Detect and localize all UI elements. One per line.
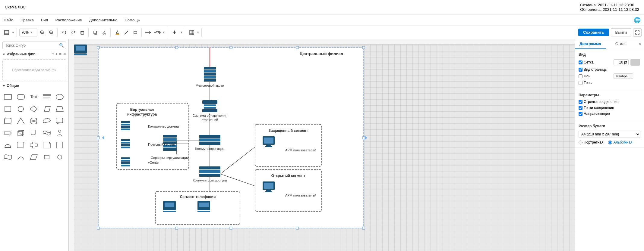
svg-rect-116: [121, 129, 130, 130]
tab-style[interactable]: Стиль: [606, 39, 636, 49]
redo-btn[interactable]: [69, 28, 77, 37]
zoom-display[interactable]: 70% ▼: [19, 29, 37, 36]
shape-arc[interactable]: [15, 152, 26, 163]
shape-note[interactable]: [41, 140, 52, 150]
zoom-in-btn[interactable]: [38, 28, 46, 37]
shape-diamond[interactable]: [28, 104, 39, 114]
cut-btn[interactable]: [100, 28, 109, 37]
diagram-svg[interactable]: Центральный филиал Межсетевой экран: [74, 45, 575, 251]
zoom-out-btn[interactable]: [47, 28, 55, 37]
diagram-title: Схема ЛВС: [5, 5, 26, 9]
delete-btn[interactable]: [78, 28, 87, 37]
fill-btn[interactable]: [113, 28, 122, 37]
favorites-drop-area[interactable]: Перетащите сюда элементы: [2, 59, 66, 80]
close-panel-btn[interactable]: ✕: [636, 39, 644, 49]
menu-extra[interactable]: Дополнительно: [89, 18, 118, 22]
landscape-label[interactable]: Альбомная: [608, 140, 632, 144]
access-sw-node[interactable]: [199, 166, 220, 177]
phone2[interactable]: [74, 45, 87, 55]
shape-circle[interactable]: [15, 104, 26, 114]
menu-layout[interactable]: Расположение: [55, 18, 82, 22]
grid-label[interactable]: Сетка: [579, 60, 612, 64]
guides-label[interactable]: Направляющие: [579, 112, 612, 116]
shape-ellipse[interactable]: [54, 91, 65, 102]
save-button[interactable]: Сохранить: [578, 29, 609, 36]
tab-diagram[interactable]: Диаграмма: [575, 39, 606, 49]
rect-style-btn[interactable]: [131, 28, 140, 37]
exit-button[interactable]: Выйти: [611, 28, 632, 36]
menu-view[interactable]: Вид: [41, 18, 48, 22]
shape-cloud[interactable]: [41, 116, 52, 126]
connector-arrows-label[interactable]: Стрелки соединения: [579, 100, 618, 104]
connector-arrows-checkbox[interactable]: [579, 100, 582, 104]
firewall-node[interactable]: [204, 67, 216, 82]
shape-wave[interactable]: [41, 128, 52, 138]
copy-btn[interactable]: [91, 28, 99, 37]
portrait-label[interactable]: Портретная: [579, 140, 603, 144]
shape-rect-sm[interactable]: [41, 152, 52, 163]
shape-arrow-right[interactable]: [2, 128, 13, 138]
shape-square2[interactable]: [2, 116, 13, 126]
general-header[interactable]: ▼ Общие: [0, 82, 68, 90]
ids-node[interactable]: [202, 100, 217, 112]
shape-speech[interactable]: [54, 116, 65, 126]
fullscreen-btn[interactable]: [633, 28, 642, 37]
shape-doc[interactable]: [28, 128, 39, 138]
shape-half-circle[interactable]: [2, 140, 13, 150]
shape-rectangle[interactable]: [2, 91, 13, 102]
shape-tape[interactable]: [2, 152, 13, 163]
waypoint-btn[interactable]: [153, 28, 162, 37]
shape-rect3d[interactable]: [15, 140, 26, 150]
add-btn[interactable]: +: [170, 28, 179, 37]
grid-color-picker[interactable]: [630, 59, 640, 66]
shape-cylinder[interactable]: [28, 116, 39, 126]
page-border-checkbox[interactable]: [579, 68, 582, 72]
shape-square[interactable]: [2, 104, 13, 114]
search-input[interactable]: [5, 43, 58, 48]
canvas-area[interactable]: Центральный филиал Межсетевой экран: [69, 39, 575, 251]
shape-cross[interactable]: [28, 140, 39, 150]
shape-step[interactable]: [28, 152, 39, 163]
connection-points-label[interactable]: Точки соединения: [579, 106, 614, 110]
connector-btn[interactable]: [144, 28, 153, 37]
close-fav-icon[interactable]: ✕: [63, 52, 66, 56]
shape-text[interactable]: Text: [28, 91, 39, 102]
shape-cube[interactable]: [15, 128, 26, 138]
shape-circle2[interactable]: [54, 152, 65, 163]
menu-help[interactable]: Помощь: [125, 18, 140, 22]
page-border-label[interactable]: Вид страницы: [579, 67, 612, 72]
help-icon[interactable]: ?: [52, 52, 54, 56]
add-fav-icon[interactable]: +: [55, 52, 58, 56]
portrait-radio[interactable]: [579, 141, 582, 144]
menu-edit[interactable]: Правка: [21, 18, 34, 22]
background-checkbox[interactable]: [579, 74, 582, 78]
shape-heading[interactable]: [41, 91, 52, 102]
menu-file[interactable]: Файл: [4, 18, 13, 22]
shadow-label[interactable]: Тень: [579, 81, 612, 85]
grid-value-input[interactable]: [614, 59, 629, 65]
shadow-checkbox[interactable]: [579, 81, 582, 85]
edit-fav-icon[interactable]: ✏: [59, 52, 62, 56]
format-btn[interactable]: [2, 28, 11, 37]
core-sw-node[interactable]: [199, 135, 220, 145]
shape-rounded-rect[interactable]: [15, 91, 26, 102]
background-label[interactable]: Фон: [579, 74, 612, 78]
svg-marker-56: [4, 131, 11, 135]
connection-points-checkbox[interactable]: [579, 106, 582, 110]
shape-person[interactable]: [54, 128, 65, 138]
shape-bracket[interactable]: [54, 140, 65, 150]
undo-btn[interactable]: [60, 28, 68, 37]
globe-icon[interactable]: 🌐: [634, 17, 640, 23]
grid-checkbox[interactable]: [579, 60, 582, 64]
search-box[interactable]: 🔍: [2, 42, 66, 49]
favorites-header[interactable]: ▼ Избранные фиг... ? + ✏ ✕: [0, 50, 68, 58]
guides-checkbox[interactable]: [579, 112, 582, 116]
shape-triangle[interactable]: [15, 116, 26, 126]
shape-parallelogram[interactable]: [41, 104, 52, 114]
line-btn[interactable]: [122, 28, 131, 37]
paper-size-select[interactable]: A4 (210 mm x 297 mm) A3 (297 mm x 420 mm…: [579, 131, 640, 138]
shape-trapezoid[interactable]: [54, 104, 65, 114]
background-image-btn[interactable]: Изобра...: [614, 73, 633, 79]
landscape-radio[interactable]: [608, 141, 612, 144]
table-btn[interactable]: [188, 28, 196, 37]
